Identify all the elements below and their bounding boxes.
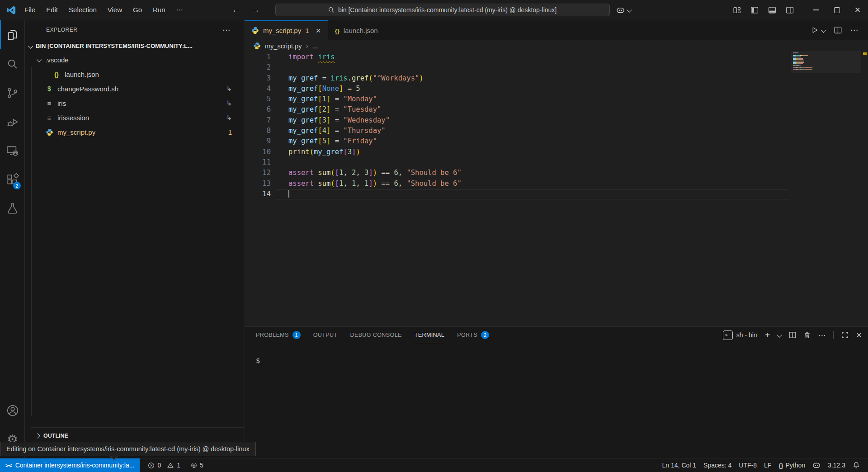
activity-source-control[interactable]: [0, 78, 24, 107]
panel-more-actions-icon[interactable]: ⋯: [818, 331, 826, 340]
menu-view[interactable]: View: [102, 0, 127, 20]
line-number[interactable]: 3: [245, 73, 276, 84]
toggle-panel-icon[interactable]: [768, 6, 776, 14]
line-number[interactable]: 13: [245, 179, 276, 189]
line-content[interactable]: my_gref = iris.gref("^Workdays"): [276, 73, 789, 84]
close-button[interactable]: ×: [847, 0, 868, 20]
activity-explorer[interactable]: [0, 20, 24, 49]
tree-item-my-script-py[interactable]: my_script.py1: [25, 125, 244, 139]
close-tab-icon[interactable]: ×: [316, 26, 321, 36]
panel-tab-output[interactable]: OUTPUT: [313, 327, 338, 343]
line-number[interactable]: 9: [245, 136, 276, 146]
new-terminal-button[interactable]: +: [765, 330, 770, 340]
breadcrumb-more[interactable]: ...: [312, 42, 318, 50]
problems-status[interactable]: 0 1: [142, 458, 184, 472]
close-panel-button[interactable]: ×: [856, 330, 862, 340]
terminal-launch-profile-chevron-icon[interactable]: [777, 332, 782, 337]
line-content[interactable]: my_gref[3] = "Wednesday": [276, 115, 789, 126]
line-content[interactable]: my_gref[4] = "Thursday": [276, 126, 789, 136]
tab-launch-json[interactable]: {}launch.json: [328, 20, 385, 40]
toggle-secondary-sidebar-icon[interactable]: [786, 6, 794, 14]
terminal-output[interactable]: $: [245, 343, 868, 366]
line-number[interactable]: 2: [245, 62, 276, 73]
menu-selection[interactable]: Selection: [63, 0, 102, 20]
customize-layout-icon[interactable]: [733, 6, 741, 14]
tree-item-iris[interactable]: ≡iris↳: [25, 96, 244, 110]
activity-testing[interactable]: [0, 194, 24, 223]
panel-tab-ports[interactable]: PORTS2: [457, 327, 489, 343]
breadcrumb-file[interactable]: my_script.py: [265, 42, 302, 50]
overview-ruler[interactable]: [862, 20, 868, 326]
split-editor-button[interactable]: [834, 26, 842, 34]
menu-edit[interactable]: Edit: [41, 0, 63, 20]
line-number[interactable]: 14: [245, 189, 276, 199]
braces-icon: {}: [778, 462, 783, 469]
menu-file[interactable]: File: [19, 0, 41, 20]
toggle-primary-sidebar-icon[interactable]: [750, 6, 759, 14]
copilot-menu[interactable]: [616, 6, 631, 14]
split-terminal-button[interactable]: [789, 331, 796, 339]
menu-go[interactable]: Go: [127, 0, 147, 20]
command-center-search[interactable]: bin [Container intersystems/iris-communi…: [275, 4, 610, 16]
panel-tab-terminal[interactable]: TERMINAL: [415, 327, 444, 343]
explorer-section-header[interactable]: BIN [CONTAINER INTERSYSTEMS/IRIS-COMMUNI…: [25, 39, 244, 52]
panel-tab-debug-console[interactable]: DEBUG CONSOLE: [350, 327, 401, 343]
line-content[interactable]: [276, 157, 789, 168]
line-content[interactable]: assert sum([1, 1, 1]) == 6, "Should be 6…: [276, 179, 789, 189]
line-content[interactable]: [276, 62, 789, 73]
explorer-more-actions-icon[interactable]: ⋯: [222, 25, 230, 35]
tree-item-changePassword-sh[interactable]: $changePassword.sh↳: [25, 81, 244, 96]
language-mode-status[interactable]: {} Python: [775, 462, 809, 469]
line-number[interactable]: 1: [245, 52, 276, 62]
line-number[interactable]: 4: [245, 84, 276, 94]
line-number[interactable]: 7: [245, 115, 276, 126]
remote-indicator[interactable]: >< Container intersystems/iris-community…: [0, 458, 140, 472]
line-content[interactable]: my_gref[None] = 5: [276, 84, 789, 94]
eol-status[interactable]: LF: [760, 462, 775, 469]
maximize-button[interactable]: [826, 0, 847, 20]
line-content[interactable]: my_gref[5] = "Friday": [276, 136, 789, 146]
line-content[interactable]: my_gref[1] = "Monday": [276, 94, 789, 104]
nav-back-icon[interactable]: ←: [232, 5, 241, 15]
activity-run-and-debug[interactable]: [0, 107, 24, 136]
activity-accounts[interactable]: [0, 396, 25, 425]
run-python-file-button[interactable]: [811, 26, 826, 34]
python-interpreter-status[interactable]: 3.12.3: [824, 462, 849, 469]
kill-terminal-button[interactable]: [804, 331, 811, 339]
activity-extensions[interactable]: 2: [0, 165, 24, 194]
nav-forward-icon[interactable]: →: [251, 5, 260, 15]
minimap[interactable]: [791, 51, 861, 73]
line-content[interactable]: import iris: [276, 52, 789, 62]
notifications-bell[interactable]: [849, 462, 863, 469]
menu-run[interactable]: Run: [147, 0, 171, 20]
cursor-position-status[interactable]: Ln 14, Col 1: [659, 462, 700, 469]
breadcrumb[interactable]: my_script.py › ...: [245, 40, 868, 52]
tab-my_script-py[interactable]: my_script.py1×: [245, 20, 328, 40]
line-number[interactable]: 12: [245, 168, 276, 178]
forwarded-ports-status[interactable]: 5: [187, 458, 207, 472]
line-content[interactable]: [276, 189, 789, 199]
line-number[interactable]: 8: [245, 126, 276, 136]
panel-tab-problems[interactable]: PROBLEMS1: [256, 327, 301, 343]
symlink-arrow-icon: ↳: [226, 113, 244, 122]
activity-remote-explorer[interactable]: [0, 136, 24, 165]
copilot-status[interactable]: [809, 462, 824, 469]
maximize-panel-button[interactable]: [841, 331, 849, 339]
line-content[interactable]: print(my_gref[3]): [276, 147, 789, 157]
line-content[interactable]: my_gref[2] = "Tuesday": [276, 104, 789, 115]
tree-item-launch-json[interactable]: {}launch.json: [25, 67, 244, 81]
indentation-status[interactable]: Spaces: 4: [700, 462, 735, 469]
encoding-status[interactable]: UTF-8: [735, 462, 760, 469]
activity-search[interactable]: [0, 49, 24, 78]
editor-more-actions-icon[interactable]: ⋯: [850, 25, 858, 35]
terminal-instance-chip[interactable]: >_ sh - bin: [723, 330, 757, 340]
line-content[interactable]: assert sum([1, 2, 3]) == 6, "Should be 6…: [276, 168, 789, 178]
line-number[interactable]: 5: [245, 94, 276, 104]
line-number[interactable]: 6: [245, 104, 276, 115]
menu-more[interactable]: ⋯: [171, 0, 189, 20]
minimize-button[interactable]: [806, 0, 826, 20]
tree-item--vscode[interactable]: .vscode: [25, 52, 244, 67]
line-number[interactable]: 11: [245, 157, 276, 168]
line-number[interactable]: 10: [245, 147, 276, 157]
tree-item-irissession[interactable]: ≡irissession↳: [25, 110, 244, 125]
